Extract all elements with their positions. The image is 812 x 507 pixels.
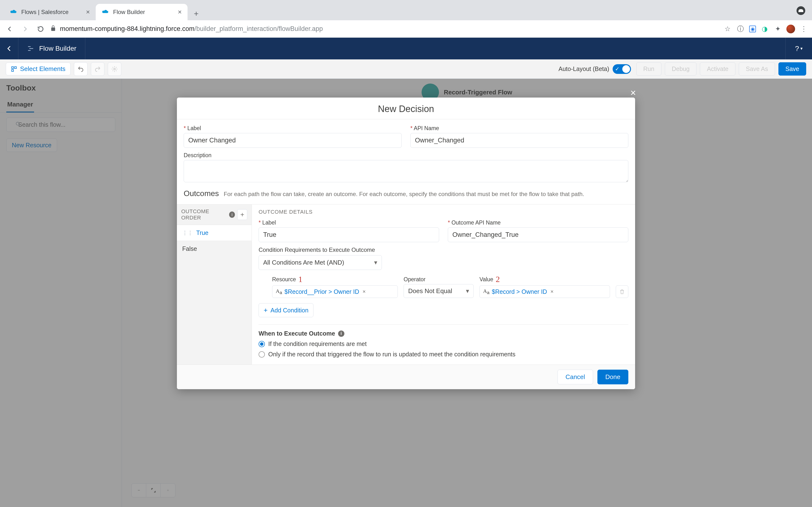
- value-label: Value: [479, 276, 493, 283]
- save-as-button: Save As: [739, 62, 775, 75]
- svg-point-3: [114, 68, 115, 70]
- tab-title: Flows | Salesforce: [21, 9, 69, 15]
- close-icon[interactable]: ×: [178, 8, 182, 16]
- new-decision-modal: New Decision Label API Name Description …: [177, 98, 635, 389]
- annotation-2: 2: [496, 275, 500, 284]
- info-icon[interactable]: i: [338, 331, 344, 337]
- api-name-input[interactable]: [410, 133, 628, 148]
- extensions-icon[interactable]: ✦: [773, 24, 782, 33]
- label-input[interactable]: [184, 133, 402, 148]
- save-button[interactable]: Save: [778, 62, 806, 75]
- label-label: Label: [184, 125, 402, 131]
- app-title: Flow Builder: [18, 38, 85, 59]
- close-icon[interactable]: ×: [86, 8, 90, 16]
- profile-avatar[interactable]: [786, 24, 795, 33]
- address-bar[interactable]: momentum-computing-884.lightning.force.c…: [60, 25, 719, 33]
- outcome-details-heading: OUTCOME DETAILS: [259, 209, 628, 215]
- incognito-icon: [797, 6, 805, 15]
- browser-tab-active[interactable]: Flow Builder ×: [96, 4, 188, 20]
- outcome-api-label: Outcome API Name: [448, 219, 628, 226]
- when-execute-label: When to Execute Outcome: [259, 330, 335, 337]
- description-input[interactable]: [184, 160, 628, 182]
- svg-rect-0: [12, 67, 13, 68]
- info-icon[interactable]: i: [229, 212, 235, 218]
- add-outcome-button[interactable]: +: [237, 209, 247, 220]
- browser-tab-inactive[interactable]: Flows | Salesforce ×: [4, 4, 96, 20]
- chrome-menu-icon[interactable]: ⋮: [800, 24, 808, 33]
- api-name-label: API Name: [410, 125, 628, 131]
- debug-button: Debug: [665, 62, 697, 75]
- text-type-icon: Aa: [276, 288, 282, 295]
- operator-label: Operator: [404, 276, 425, 283]
- outcomes-heading: Outcomes: [184, 189, 219, 198]
- radio-option-2[interactable]: Only if the record that triggered the fl…: [259, 351, 628, 358]
- help-button[interactable]: ?▾: [785, 38, 812, 59]
- outcome-item[interactable]: ⋮⋮ True: [177, 225, 252, 241]
- extension-icon[interactable]: ◉: [749, 25, 756, 32]
- nav-forward-button[interactable]: [19, 23, 31, 35]
- operator-select[interactable]: Does Not Equal ▾: [404, 284, 474, 298]
- new-tab-button[interactable]: +: [190, 7, 203, 20]
- clear-icon[interactable]: ×: [551, 288, 554, 295]
- cloud-icon: [101, 8, 109, 16]
- run-button: Run: [636, 62, 661, 75]
- description-label: Description: [184, 152, 628, 159]
- auto-layout-toggle[interactable]: ✓: [613, 64, 631, 74]
- condition-req-label: Condition Requirements to Execute Outcom…: [259, 246, 628, 253]
- tab-title: Flow Builder: [113, 9, 145, 15]
- flow-icon: [27, 45, 35, 52]
- back-button[interactable]: [0, 38, 18, 59]
- extension-icons: ☆ ⓘ ◉ ◑ ✦ ⋮: [723, 24, 808, 33]
- outcome-item[interactable]: False: [177, 241, 252, 257]
- cancel-button[interactable]: Cancel: [558, 370, 593, 384]
- info-icon[interactable]: ⓘ: [736, 24, 745, 33]
- radio-option-1[interactable]: If the condition requirements are met: [259, 340, 628, 347]
- outcome-item-label: True: [196, 229, 208, 236]
- svg-rect-1: [14, 67, 16, 68]
- auto-layout-label: Auto-Layout (Beta) ✓: [558, 64, 631, 74]
- modal-title: New Decision: [177, 98, 635, 119]
- outcomes-subtext: For each path the flow can take, create …: [224, 191, 584, 198]
- close-icon[interactable]: ×: [630, 88, 636, 98]
- svg-rect-2: [12, 69, 13, 71]
- lock-icon: [50, 24, 56, 33]
- undo-button[interactable]: [74, 62, 88, 76]
- redo-button: [91, 62, 104, 76]
- condition-mode-select[interactable]: All Conditions Are Met (AND) ▾: [259, 255, 382, 270]
- grammarly-icon[interactable]: ◑: [760, 24, 769, 33]
- delete-condition-button: [616, 285, 628, 298]
- resource-label: Resource: [272, 276, 296, 283]
- nav-reload-button[interactable]: [35, 23, 46, 35]
- outcome-label-label: Label: [259, 219, 439, 226]
- resource-input[interactable]: Aa $Record__Prior > Owner ID ×: [272, 285, 398, 298]
- outcome-label-input[interactable]: [259, 227, 439, 242]
- activate-button: Activate: [700, 62, 735, 75]
- outcome-order-label: OUTCOME ORDER: [181, 208, 227, 221]
- radio-icon: [259, 351, 265, 357]
- text-type-icon: Aa: [483, 288, 489, 295]
- outcome-item-label: False: [182, 245, 197, 252]
- value-input[interactable]: Aa $Record > Owner ID ×: [479, 285, 610, 298]
- outcome-api-input[interactable]: [448, 227, 628, 242]
- cloud-icon: [10, 8, 17, 16]
- add-condition-button[interactable]: + Add Condition: [259, 303, 313, 317]
- done-button[interactable]: Done: [597, 370, 628, 384]
- settings-button: [108, 62, 121, 76]
- nav-back-button[interactable]: [4, 23, 15, 35]
- select-elements-button[interactable]: Select Elements: [6, 62, 70, 75]
- drag-handle-icon[interactable]: ⋮⋮: [182, 230, 193, 236]
- clear-icon[interactable]: ×: [362, 288, 366, 295]
- star-icon[interactable]: ☆: [723, 24, 732, 33]
- annotation-1: 1: [298, 275, 302, 284]
- radio-icon: [259, 341, 265, 347]
